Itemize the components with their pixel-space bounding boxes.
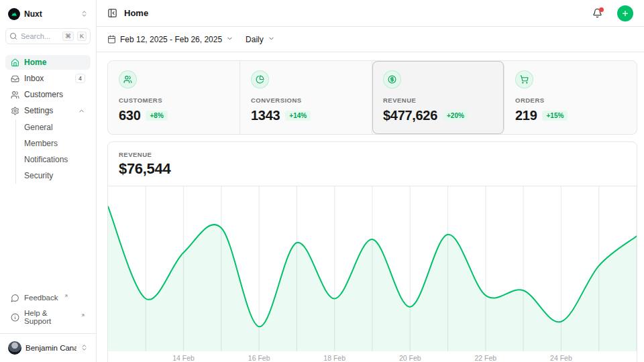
x-axis-tick: 16 Feb — [248, 354, 270, 362]
stat-delta-badge: +15% — [542, 111, 568, 121]
main-area: Home Feb 12, 2025 - Feb 26, 2025 Daily — [97, 0, 644, 362]
chevron-down-icon — [268, 35, 275, 44]
x-axis-tick: 18 Feb — [323, 354, 345, 362]
sidebar-item-members[interactable]: Members — [16, 135, 91, 152]
stat-card-orders[interactable]: ORDERS 219 +15% — [504, 61, 637, 134]
stat-value: 219 — [515, 108, 537, 123]
revenue-chart-card: REVENUE $76,544 14 Feb16 Feb18 Feb20 Feb… — [107, 141, 637, 362]
notification-dot — [599, 7, 604, 12]
stat-delta-badge: +8% — [146, 111, 167, 121]
sidebar-collapse-button[interactable] — [107, 8, 117, 18]
kbd-k: K — [77, 32, 87, 41]
sidebar-item-customers[interactable]: Customers — [5, 87, 91, 102]
stat-card-revenue[interactable]: REVENUE $477,626 +20% — [372, 61, 504, 134]
stat-delta-badge: +14% — [285, 111, 311, 121]
x-axis-tick: 22 Feb — [474, 354, 496, 362]
sidebar-item-label: Customers — [24, 90, 85, 99]
workspace-selector[interactable]: Nuxt — [5, 7, 91, 21]
stat-label: ORDERS — [515, 97, 626, 104]
chevrons-up-down-icon — [80, 342, 88, 354]
revenue-chart-svg — [108, 186, 637, 351]
gear-icon — [11, 107, 19, 115]
message-bubble-icon — [11, 294, 19, 302]
user-menu[interactable]: Benjamin Canac — [5, 339, 91, 357]
dollar-circle-icon — [383, 70, 401, 88]
external-link-icon — [80, 311, 85, 319]
stat-value: 1343 — [251, 108, 280, 123]
search-input[interactable]: Search... ⌘ K — [5, 28, 91, 44]
revenue-chart-plot[interactable] — [108, 186, 637, 351]
sidebar-item-general[interactable]: General — [16, 119, 91, 135]
stat-label: REVENUE — [383, 97, 493, 104]
users-icon — [119, 70, 137, 88]
stat-value: $477,626 — [383, 108, 437, 123]
chevron-up-icon — [78, 107, 85, 115]
stat-card-conversions[interactable]: CONVERSIONS 1343 +14% — [240, 61, 372, 134]
sidebar-nav: Home Inbox 4 Customers Settings — [0, 51, 96, 285]
chevrons-up-down-icon — [80, 8, 88, 20]
sidebar-item-inbox[interactable]: Inbox 4 — [5, 71, 91, 86]
sidebar-item-notifications[interactable]: Notifications — [16, 152, 91, 168]
user-name: Benjamin Canac — [25, 344, 76, 352]
period-value: Daily — [246, 35, 264, 44]
search-placeholder: Search... — [21, 32, 59, 40]
sidebar-item-label: Home — [24, 58, 85, 67]
inbox-count-badge: 4 — [75, 74, 85, 83]
sidebar-item-label: Settings — [24, 106, 73, 115]
page-header: Home — [97, 0, 644, 27]
page-title: Home — [124, 8, 586, 18]
external-link-icon — [64, 292, 68, 300]
stat-label: CONVERSIONS — [251, 97, 361, 104]
help-support-link[interactable]: Help & Support — [5, 306, 91, 328]
info-circle-icon — [11, 313, 19, 322]
sidebar-item-home[interactable]: Home — [5, 55, 91, 70]
filters-toolbar: Feb 12, 2025 - Feb 26, 2025 Daily — [97, 27, 644, 52]
avatar — [8, 341, 21, 355]
stat-value: 630 — [119, 108, 140, 123]
chevron-down-icon — [226, 35, 233, 44]
users-icon — [11, 90, 19, 99]
calendar-icon — [107, 35, 116, 44]
date-range-value: Feb 12, 2025 - Feb 26, 2025 — [120, 35, 222, 44]
x-axis: 14 Feb16 Feb18 Feb20 Feb22 Feb24 Feb — [108, 351, 637, 362]
stat-delta-badge: +20% — [443, 111, 468, 121]
x-axis-tick: 20 Feb — [399, 354, 421, 362]
add-button[interactable] — [617, 5, 633, 21]
search-icon — [9, 32, 17, 40]
sidebar: Nuxt Search... ⌘ K Home — [0, 0, 97, 362]
notifications-button[interactable] — [592, 8, 602, 18]
pie-chart-icon — [251, 70, 269, 88]
help-support-label: Help & Support — [24, 309, 75, 325]
date-range-picker[interactable]: Feb 12, 2025 - Feb 26, 2025 — [107, 35, 233, 44]
feedback-link[interactable]: Feedback — [5, 289, 91, 306]
sidebar-item-security[interactable]: Security — [16, 168, 91, 184]
period-select[interactable]: Daily — [246, 35, 275, 44]
sidebar-footer: Feedback Help & Support — [0, 285, 96, 333]
content: CUSTOMERS 630 +8% CONVERSIONS 1343 +14% — [97, 52, 644, 362]
kbd-meta: ⌘ — [62, 32, 74, 41]
x-axis-tick: 24 Feb — [550, 354, 572, 362]
chart-metric-label: REVENUE — [119, 151, 626, 158]
home-icon — [11, 58, 19, 67]
nuxt-logo-icon — [8, 8, 20, 20]
x-axis-tick: 14 Feb — [172, 354, 195, 362]
stat-card-customers[interactable]: CUSTOMERS 630 +8% — [108, 61, 240, 134]
inbox-icon — [11, 74, 19, 83]
dashboard-app: Nuxt Search... ⌘ K Home — [0, 0, 644, 362]
sidebar-item-settings[interactable]: Settings — [5, 103, 91, 118]
sidebar-item-label: Inbox — [24, 74, 70, 83]
stats-row: CUSTOMERS 630 +8% CONVERSIONS 1343 +14% — [107, 60, 637, 135]
settings-subnav: General Members Notifications Security — [15, 119, 91, 184]
workspace-name: Nuxt — [24, 9, 76, 19]
chart-metric-value: $76,544 — [119, 160, 626, 178]
feedback-label: Feedback — [24, 294, 58, 302]
shopping-cart-icon — [515, 70, 533, 88]
stat-label: CUSTOMERS — [119, 97, 229, 104]
plus-icon — [621, 9, 629, 17]
